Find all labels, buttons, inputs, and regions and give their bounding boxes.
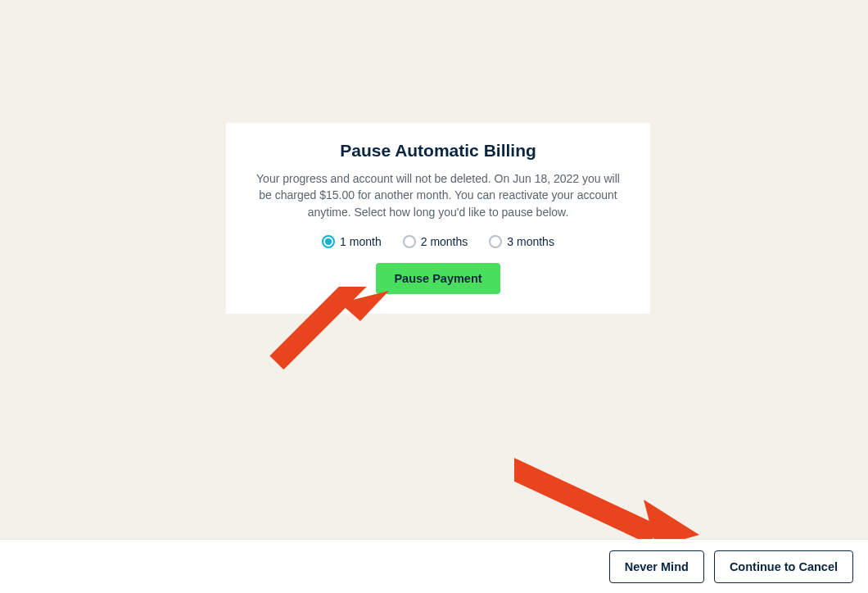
radio-icon xyxy=(403,235,416,248)
modal-title: Pause Automatic Billing xyxy=(244,141,632,161)
footer-bar: Never Mind Continue to Cancel xyxy=(0,539,868,593)
radio-option-1-month[interactable]: 1 month xyxy=(322,235,382,248)
radio-label: 1 month xyxy=(340,235,382,248)
never-mind-button[interactable]: Never Mind xyxy=(609,550,704,583)
radio-option-3-months[interactable]: 3 months xyxy=(489,235,554,248)
radio-icon xyxy=(489,235,502,248)
radio-icon xyxy=(322,235,335,248)
annotation-arrow-icon xyxy=(514,438,703,553)
modal-description: Your progress and account will not be de… xyxy=(244,170,632,220)
pause-payment-button[interactable]: Pause Payment xyxy=(376,263,500,294)
radio-label: 2 months xyxy=(421,235,468,248)
svg-rect-3 xyxy=(514,458,659,545)
duration-radio-group: 1 month 2 months 3 months xyxy=(244,235,632,248)
pause-billing-card: Pause Automatic Billing Your progress an… xyxy=(226,123,650,314)
radio-label: 3 months xyxy=(507,235,554,248)
continue-to-cancel-button[interactable]: Continue to Cancel xyxy=(714,550,853,583)
radio-option-2-months[interactable]: 2 months xyxy=(403,235,468,248)
